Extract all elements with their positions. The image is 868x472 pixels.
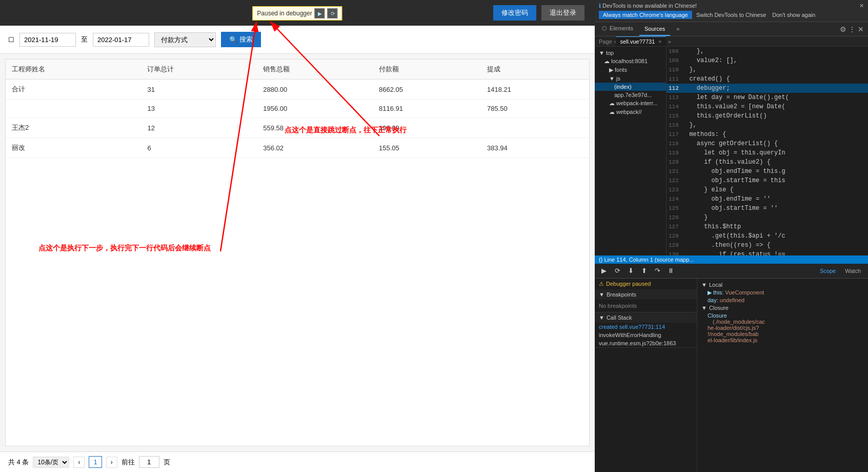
cell-payment: 196.09 xyxy=(373,118,481,138)
code-line: 121 obj.endTime = this.g xyxy=(667,167,868,176)
more-tabs-btn[interactable]: » xyxy=(666,37,673,46)
line-number: 117 xyxy=(667,130,682,139)
per-page-select[interactable]: 10条/页 xyxy=(33,457,69,468)
line-content: }, xyxy=(682,47,704,56)
tab-elements[interactable]: ⬡ Elements xyxy=(597,22,638,36)
skip-debug-btn[interactable]: ⟳ xyxy=(328,8,338,18)
main-layout: Paused in debugger ▶ ⟳ 修改密码 退出登录 ☐ 至 付款方… xyxy=(0,0,868,472)
close-notif-btn[interactable]: ✕ xyxy=(859,3,864,9)
devtools-icon-2[interactable]: ⋮ xyxy=(849,25,856,33)
data-table: 工程师姓名 订单总计 销售总额 付款额 提成 合计312880.008662.0… xyxy=(5,59,590,446)
devtools-notification: ℹ DevTools is now available in Chinese! … xyxy=(595,0,868,22)
prev-page-btn[interactable]: ‹ xyxy=(73,457,85,468)
tab-more[interactable]: » xyxy=(671,23,684,36)
cell-orders: 31 xyxy=(141,80,257,100)
close-file-tab[interactable]: × xyxy=(658,38,661,45)
scope-tab-header[interactable]: Scope xyxy=(817,268,839,274)
line-content: }, xyxy=(682,121,697,130)
debug-split: ⚠ Debugger paused ▼ Breakpoints No break… xyxy=(595,279,868,473)
code-line: 118 async getOrderList() { xyxy=(667,139,868,148)
col-engineer: 工程师姓名 xyxy=(6,60,141,80)
line-content: obj.startTime = '' xyxy=(682,204,778,213)
always-match-lang-btn[interactable]: Always match Chrome's language xyxy=(599,11,692,19)
line-number: 129 xyxy=(667,241,682,250)
cell-commission: 383.94 xyxy=(481,138,589,158)
search-btn[interactable]: 🔍 搜索 xyxy=(221,32,261,47)
table-row: 131956.008116.91785.50 xyxy=(6,100,589,118)
tree-item[interactable]: ☁ webpack-interr... xyxy=(595,99,666,108)
call-stack-header[interactable]: ▼ Call Stack xyxy=(595,312,697,323)
goto-page-input[interactable] xyxy=(139,456,159,468)
line-content: created() { xyxy=(682,74,730,84)
resume-btn[interactable]: ▶ xyxy=(599,266,609,276)
switch-lang-btn[interactable]: Switch DevTools to Chinese xyxy=(694,11,768,19)
tree-item[interactable]: ☁ webpack// xyxy=(595,108,666,116)
code-line: 120 if (this.value2) { xyxy=(667,158,868,167)
modify-pwd-btn[interactable]: 修改密码 xyxy=(493,5,536,21)
col-commission: 提成 xyxy=(481,60,589,80)
code-line: 115 this.getOrderList() xyxy=(667,111,868,121)
notif-row2: Always match Chrome's language Switch De… xyxy=(599,11,864,19)
callstack-arrow: ▼ xyxy=(599,314,604,321)
tree-item[interactable]: ▼ js xyxy=(595,74,666,83)
call-stack-item[interactable]: created sell.vue?7731:114 xyxy=(595,323,697,331)
line-number: 122 xyxy=(667,176,682,185)
current-page: 1 xyxy=(89,456,102,468)
devtools-icon-1[interactable]: ⚙ xyxy=(840,25,846,33)
end-date-input[interactable] xyxy=(93,33,149,47)
code-line: 126 } xyxy=(667,213,868,222)
devtools-close-btn[interactable]: ✕ xyxy=(858,25,864,33)
code-line: 109 value2: [], xyxy=(667,56,868,65)
call-stack-item[interactable]: invokeWithErrorHandling xyxy=(595,331,697,339)
line-content: .get(this.$api + '/c xyxy=(682,231,785,241)
tree-item[interactable]: ▶ fonts xyxy=(595,66,666,74)
tree-item[interactable]: ☁ localhost:8081 xyxy=(595,57,666,66)
step-btn[interactable]: ↷ xyxy=(652,266,662,276)
tree-item[interactable]: app.7e3e97d... xyxy=(595,91,666,99)
line-number: 126 xyxy=(667,213,682,222)
cell-name xyxy=(6,100,141,118)
search-label: 搜索 xyxy=(239,35,253,44)
code-line: 125 obj.startTime = '' xyxy=(667,204,868,213)
line-content: } else { xyxy=(682,185,734,194)
paused-banner: Paused in debugger ▶ ⟳ xyxy=(252,6,342,21)
tree-item[interactable]: (index) xyxy=(595,83,666,91)
orders-table: 工程师姓名 订单总计 销售总额 付款额 提成 合计312880.008662.0… xyxy=(6,60,589,158)
step-into-btn[interactable]: ⬇ xyxy=(625,266,636,276)
cell-sales: 559.58 xyxy=(257,118,373,138)
devtools-panel: ℹ DevTools is now available in Chinese! … xyxy=(595,0,868,472)
col-orders: 订单总计 xyxy=(141,60,257,80)
line-number: 113 xyxy=(667,93,682,102)
breakpoints-header[interactable]: ▼ Breakpoints xyxy=(595,289,697,300)
watch-tab-header[interactable]: Watch xyxy=(842,268,864,274)
debug-left-panel: ⚠ Debugger paused ▼ Breakpoints No break… xyxy=(595,279,697,473)
file-tab[interactable]: sell.vue?7731 × xyxy=(616,36,665,46)
deactivate-btn[interactable]: ⏸ xyxy=(665,266,676,276)
code-line: 122 obj.startTime = this xyxy=(667,176,868,185)
code-line: 124 obj.endTime = '' xyxy=(667,194,868,204)
resume-debug-btn[interactable]: ▶ xyxy=(315,8,325,18)
dont-show-btn[interactable]: Don't show again xyxy=(770,11,817,19)
scope-local-header[interactable]: ▼Local xyxy=(697,281,868,289)
code-status-bar: {} Line 114, Column 1 (source mapp... xyxy=(595,255,868,264)
start-date-input[interactable] xyxy=(19,33,76,47)
line-content: let day = new Date().get( xyxy=(682,93,789,102)
step-out-btn[interactable]: ⬆ xyxy=(639,266,649,276)
tree-item[interactable]: ▼ top xyxy=(595,49,666,57)
breakpoints-section: ▼ Breakpoints No breakpoints xyxy=(595,289,697,312)
pay-method-select[interactable]: 付款方式 xyxy=(154,32,216,47)
logout-btn[interactable]: 退出登录 xyxy=(541,5,584,21)
debug-right-panel: ▼Local▶ this: VueComponentday: undefined… xyxy=(697,279,868,473)
line-number: 130 xyxy=(667,250,682,255)
line-content: this.getOrderList() xyxy=(682,111,767,121)
devtools-notif-text: ℹ DevTools is now available in Chinese! xyxy=(599,3,697,9)
call-stack-item[interactable]: vue.runtime.esm.js?2b0e:1863 xyxy=(595,339,697,347)
scope-item: ▶ this: VueComponent xyxy=(697,289,868,297)
line-content: }, xyxy=(682,65,697,74)
line-number: 121 xyxy=(667,167,682,176)
tab-sources[interactable]: Sources xyxy=(639,23,670,36)
line-number: 128 xyxy=(667,231,682,241)
step-over-btn[interactable]: ⟳ xyxy=(612,266,622,276)
next-page-btn[interactable]: › xyxy=(106,457,117,468)
scope-closure-header[interactable]: ▼Closure xyxy=(697,304,868,312)
